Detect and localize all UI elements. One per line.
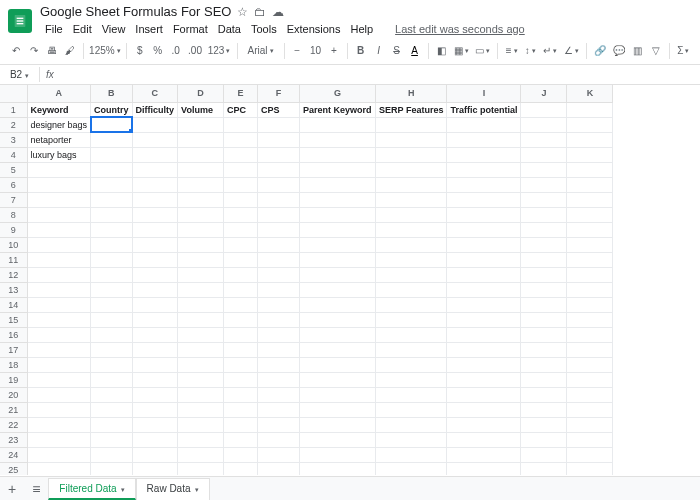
italic-button[interactable]: I [371,42,387,59]
row-header[interactable]: 2 [0,117,27,132]
column-header[interactable]: B [91,85,133,102]
cell[interactable] [178,162,224,177]
cell[interactable] [178,357,224,372]
cell[interactable] [91,252,133,267]
cloud-status-icon[interactable]: ☁ [272,5,284,19]
cell[interactable] [567,267,613,282]
menu-format[interactable]: Format [168,21,213,37]
cell[interactable] [567,252,613,267]
cell[interactable] [376,192,447,207]
cell[interactable] [521,162,567,177]
cell[interactable] [258,267,300,282]
sheet-tab[interactable]: Raw Data▾ [136,478,210,500]
column-header[interactable]: E [224,85,258,102]
cell[interactable] [300,192,376,207]
row-header[interactable]: 12 [0,267,27,282]
row-header[interactable]: 8 [0,207,27,222]
wrap-icon[interactable]: ↵ [541,42,560,59]
cell[interactable] [178,327,224,342]
cell[interactable] [300,132,376,147]
cell[interactable] [447,267,521,282]
cell[interactable] [224,132,258,147]
cell[interactable] [178,462,224,475]
row-header[interactable]: 24 [0,447,27,462]
row-header[interactable]: 15 [0,312,27,327]
cell[interactable] [376,267,447,282]
functions-icon[interactable]: Σ [675,42,692,59]
cell[interactable] [178,417,224,432]
column-header[interactable]: I [447,85,521,102]
cell[interactable] [447,132,521,147]
cell[interactable] [447,327,521,342]
cell[interactable] [300,312,376,327]
cell[interactable] [224,402,258,417]
cell[interactable] [91,192,133,207]
cell[interactable] [27,327,91,342]
cell[interactable] [447,282,521,297]
cell[interactable] [376,237,447,252]
cell[interactable] [447,447,521,462]
cell[interactable] [521,342,567,357]
cell[interactable] [258,402,300,417]
cell[interactable] [258,387,300,402]
cell[interactable] [91,342,133,357]
cell[interactable] [567,177,613,192]
cell[interactable] [178,252,224,267]
cell[interactable] [567,147,613,162]
menu-help[interactable]: Help [345,21,378,37]
cell[interactable] [447,432,521,447]
cell[interactable] [91,372,133,387]
sheet-tab-menu-icon[interactable]: ▾ [195,486,199,493]
cell[interactable] [91,327,133,342]
cell[interactable] [91,432,133,447]
chart-icon[interactable]: ▥ [630,42,646,59]
cell[interactable] [132,342,178,357]
add-sheet-button[interactable]: + [0,481,24,497]
cell[interactable] [447,402,521,417]
cell[interactable] [91,147,133,162]
cell[interactable] [567,297,613,312]
cell[interactable] [376,432,447,447]
cell[interactable] [567,327,613,342]
cell[interactable] [91,267,133,282]
cell[interactable] [224,222,258,237]
cell[interactable] [91,402,133,417]
cell[interactable] [132,192,178,207]
cell[interactable] [567,237,613,252]
cell[interactable] [224,297,258,312]
cell[interactable] [132,417,178,432]
cell[interactable] [224,117,258,132]
cell[interactable]: Country [91,102,133,117]
cell[interactable] [447,162,521,177]
cell[interactable] [447,252,521,267]
cell[interactable] [300,357,376,372]
cell[interactable] [178,207,224,222]
cell[interactable] [224,342,258,357]
cell[interactable] [132,312,178,327]
cell[interactable] [300,282,376,297]
font-size-input[interactable]: 10 [307,43,324,58]
cell[interactable] [258,297,300,312]
cell[interactable] [567,387,613,402]
decrease-decimal-button[interactable]: .0 [168,42,184,59]
cell[interactable] [376,147,447,162]
cell[interactable]: Difficulty [132,102,178,117]
cell[interactable] [27,447,91,462]
cell[interactable] [27,357,91,372]
cell[interactable] [567,207,613,222]
cell[interactable] [447,357,521,372]
cell[interactable] [567,462,613,475]
cell[interactable] [521,417,567,432]
cell[interactable] [376,207,447,222]
name-box[interactable]: B2 [0,67,40,82]
cell[interactable] [178,387,224,402]
cell[interactable] [521,282,567,297]
cell[interactable] [300,177,376,192]
h-align-icon[interactable]: ≡ [503,42,520,59]
cell[interactable] [91,117,133,132]
print-icon[interactable]: 🖶 [44,42,60,59]
star-icon[interactable]: ☆ [237,5,248,19]
zoom-select[interactable]: 125% [89,43,121,58]
cell[interactable] [521,237,567,252]
menu-view[interactable]: View [97,21,131,37]
